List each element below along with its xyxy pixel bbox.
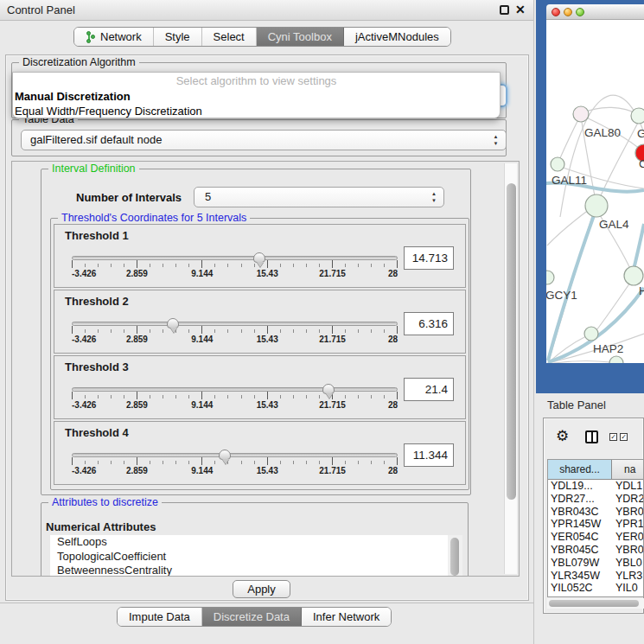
threshold-value-field[interactable]: 6.316: [404, 312, 454, 335]
column-header-shared-name[interactable]: shared...: [548, 460, 612, 479]
tab-style[interactable]: Style: [154, 28, 202, 46]
attributes-group: Attributes to discretize Numerical Attri…: [41, 502, 469, 577]
cell-shared-name[interactable]: YLR345W: [548, 570, 612, 583]
table-row[interactable]: YER054CYER0: [548, 531, 643, 544]
table-row[interactable]: YBL079WYBL0: [548, 557, 643, 570]
close-traffic-light[interactable]: [552, 8, 560, 16]
table-data-combobox[interactable]: galFiltered.sif default node ▲▼: [21, 130, 507, 150]
checkbox-checked-icon[interactable]: ✓: [609, 433, 617, 441]
attribute-list-item[interactable]: TopologicalCoefficient: [50, 550, 448, 564]
cell-name[interactable]: YLR3: [612, 570, 643, 583]
number-of-intervals-spinner[interactable]: 5 ▲▼: [194, 187, 444, 207]
threshold-value-field[interactable]: 14.713: [404, 246, 454, 270]
threshold-label: Threshold 1: [65, 229, 129, 242]
cell-shared-name[interactable]: YDL19...: [548, 480, 612, 493]
slider-track[interactable]: [72, 256, 398, 260]
network-node[interactable]: [584, 327, 598, 341]
close-icon[interactable]: ✕: [515, 3, 526, 16]
table-horizontal-scrollbar[interactable]: [547, 598, 644, 609]
tab-infer-network[interactable]: Infer Network: [302, 608, 391, 626]
apply-button[interactable]: Apply: [233, 580, 290, 598]
cell-shared-name[interactable]: YIL052C: [548, 582, 612, 595]
tab-select[interactable]: Select: [202, 28, 257, 46]
network-node[interactable]: [585, 194, 608, 217]
network-node[interactable]: [631, 108, 644, 124]
tab-cyni-toolbox[interactable]: Cyni Toolbox: [257, 28, 344, 46]
cell-name[interactable]: YBL0: [612, 557, 643, 570]
split-columns-icon[interactable]: [585, 430, 598, 443]
attribute-list-item[interactable]: BetweennessCentrality: [50, 564, 448, 577]
tick-label: -3.426: [72, 335, 96, 344]
cell-shared-name[interactable]: YBR045C: [548, 544, 612, 557]
cell-name[interactable]: YBR0: [612, 544, 643, 557]
slider-thumb[interactable]: [219, 450, 231, 460]
cell-name[interactable]: YDR2: [612, 493, 643, 506]
attribute-list-item[interactable]: SelfLoops: [50, 535, 448, 550]
cell-shared-name[interactable]: YBR043C: [548, 506, 612, 519]
attributes-list-scrollbar[interactable]: [448, 535, 462, 577]
table-row[interactable]: YPR145WYPR1: [548, 518, 643, 531]
slider-tick-labels: -3.4262.8599.14415.4321.71528: [72, 466, 398, 477]
algorithm-popup-item[interactable]: Equal Width/Frequency Discretization: [13, 104, 500, 118]
network-node[interactable]: [624, 266, 643, 285]
settings-vertical-scrollbar[interactable]: [504, 163, 517, 574]
threshold-slider[interactable]: -3.4262.8599.14415.4321.71528: [72, 453, 398, 477]
numerical-attributes-list[interactable]: SelfLoopsTopologicalCoefficientBetweenne…: [50, 535, 448, 577]
threshold-slider[interactable]: -3.4262.8599.14415.4321.71528: [72, 387, 398, 411]
network-canvas[interactable]: GAL80GACGAL11GAL4GCY1HHAP2: [546, 20, 644, 363]
float-window-icon[interactable]: [500, 5, 509, 15]
table-row[interactable]: YDR27...YDR2: [548, 493, 643, 506]
tab-impute-data[interactable]: Impute Data: [118, 608, 202, 626]
tick-label: 9.144: [191, 466, 213, 475]
interval-definition-group-title: Interval Definition: [48, 163, 139, 175]
cell-shared-name[interactable]: YER054C: [548, 531, 612, 544]
column-header-name[interactable]: na: [612, 460, 643, 479]
threshold-slider[interactable]: -3.4262.8599.14415.4321.71528: [72, 322, 398, 346]
slider-thumb[interactable]: [167, 318, 179, 328]
tab-label: Network: [100, 28, 142, 46]
threshold-value-field[interactable]: 11.344: [404, 443, 454, 467]
network-node-label: GAL11: [552, 174, 587, 187]
tab-network[interactable]: Network: [74, 28, 154, 46]
cell-name[interactable]: YPR1: [612, 518, 643, 531]
tick-label: 15.43: [257, 466, 278, 475]
table-row[interactable]: YLR345WYLR3: [548, 570, 643, 583]
cell-name[interactable]: YBR0: [612, 506, 643, 519]
tick-label: 21.715: [319, 269, 346, 278]
tick-label: 9.144: [191, 269, 213, 278]
minimize-traffic-light[interactable]: [564, 8, 572, 16]
cell-name[interactable]: YIL0: [612, 582, 643, 595]
slider-thumb[interactable]: [322, 384, 335, 394]
cell-shared-name[interactable]: YDR27...: [548, 493, 612, 506]
slider-track[interactable]: [72, 322, 398, 326]
cell-name[interactable]: YDL1: [612, 480, 643, 493]
table-row[interactable]: YIL052CYIL0: [548, 582, 643, 595]
tick-label: 2.859: [126, 335, 148, 344]
cell-shared-name[interactable]: YBL079W: [548, 557, 612, 570]
threshold-value-field[interactable]: 21.4: [404, 378, 454, 401]
tick-label: 15.43: [257, 269, 278, 278]
cell-shared-name[interactable]: YPR145W: [548, 518, 612, 531]
slider-track[interactable]: [72, 387, 398, 392]
gear-icon[interactable]: ⚙: [556, 429, 569, 443]
tab-discretize-data[interactable]: Discretize Data: [202, 608, 302, 626]
zoom-traffic-light[interactable]: [576, 8, 584, 16]
network-node[interactable]: [573, 106, 589, 122]
table-row[interactable]: YBR045CYBR0: [548, 544, 643, 557]
discretization-algorithm-group-title: Discretization Algorithm: [19, 56, 139, 68]
number-of-intervals-label: Number of Intervals: [76, 191, 182, 204]
tab-jactivemnodules[interactable]: jActiveMNodules: [344, 28, 450, 46]
window-title: Control Panel: [7, 3, 75, 16]
table-data-group: Table Data galFiltered.sif default node …: [11, 119, 507, 156]
network-node[interactable]: [546, 271, 554, 284]
table-row[interactable]: YDL19...YDL1: [548, 480, 643, 493]
cell-name[interactable]: YER0: [612, 531, 643, 544]
threshold-slider[interactable]: -3.4262.8599.14415.4321.71528: [72, 256, 398, 280]
checkbox-checked-icon[interactable]: ✓: [620, 433, 628, 441]
slider-track[interactable]: [72, 453, 398, 457]
network-node[interactable]: [609, 356, 623, 363]
network-node[interactable]: [551, 157, 564, 171]
table-row[interactable]: YBR043CYBR0: [548, 506, 643, 519]
slider-thumb[interactable]: [253, 252, 265, 263]
algorithm-popup-item[interactable]: Manual Discretization: [13, 89, 500, 104]
